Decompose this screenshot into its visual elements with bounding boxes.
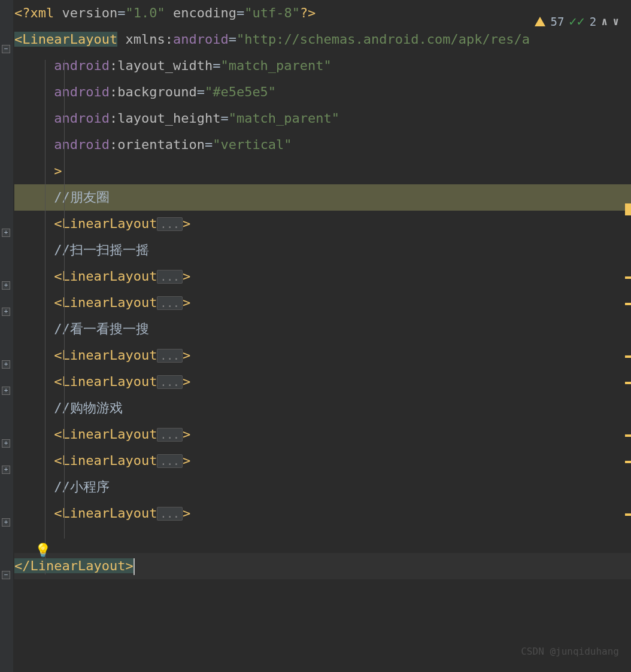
fold-marker[interactable]: ... [157, 217, 183, 231]
fold-marker[interactable]: ... [157, 375, 183, 389]
code-line[interactable]: android:layout_height="match_parent" [14, 105, 631, 132]
fold-expand-icon[interactable]: + [2, 439, 10, 448]
code-line[interactable]: <LinearLayout...> [14, 448, 631, 474]
check-icon[interactable]: ✓✓ [569, 8, 585, 35]
code-line[interactable]: <LinearLayout...> [14, 421, 631, 448]
code-line[interactable]: > [14, 158, 631, 184]
code-line[interactable]: //朋友圈 [14, 184, 631, 211]
bulb-icon[interactable]: 💡 [35, 537, 51, 564]
code-line[interactable]: android:layout_width="match_parent" [14, 53, 631, 79]
text-caret [134, 558, 135, 575]
code-editor[interactable]: 57 ✓✓ 2 ∧ ∨ <?xml version="1.0" encoding… [13, 0, 631, 672]
indent-guide [45, 60, 45, 574]
fold-expand-icon[interactable]: + [2, 518, 10, 527]
fold-expand-icon[interactable]: + [2, 387, 10, 395]
inspection-indicators: 57 ✓✓ 2 ∧ ∨ [535, 8, 619, 35]
code-line[interactable]: <LinearLayout...> [14, 342, 631, 369]
fold-expand-icon[interactable]: + [2, 360, 10, 369]
fold-marker[interactable]: ... [157, 349, 183, 363]
code-line[interactable]: <LinearLayout...> [14, 263, 631, 290]
code-line[interactable]: //扫一扫摇一摇 [14, 237, 631, 263]
fold-marker[interactable]: ... [157, 270, 183, 284]
warning-mark[interactable] [625, 203, 631, 215]
fold-expand-icon[interactable]: + [2, 281, 10, 290]
code-line[interactable]: //小程序 [14, 474, 631, 500]
code-line[interactable]: <LinearLayout...> [14, 290, 631, 316]
fold-toggle-icon[interactable]: − [2, 45, 10, 53]
code-line[interactable]: android:orientation="vertical" [14, 132, 631, 158]
editor-gutter: − + + + + + + + + − [0, 0, 13, 672]
warning-mark[interactable] [625, 513, 631, 516]
indent-guide [64, 60, 65, 539]
fold-expand-icon[interactable]: + [2, 229, 10, 237]
chevron-up-icon[interactable]: ∧ [601, 8, 608, 35]
code-line[interactable]: </LinearLayout> [14, 553, 631, 579]
error-stripe [627, 0, 631, 672]
chevron-down-icon[interactable]: ∨ [612, 8, 619, 35]
fold-marker[interactable]: ... [157, 507, 183, 521]
fold-expand-icon[interactable]: + [2, 308, 10, 316]
code-line[interactable] [14, 527, 631, 553]
code-line[interactable]: <LinearLayout...> [14, 211, 631, 237]
fold-marker[interactable]: ... [157, 296, 183, 310]
warning-mark[interactable] [625, 461, 631, 463]
check-count: 2 [590, 8, 596, 35]
warning-mark[interactable] [625, 382, 631, 384]
fold-toggle-icon[interactable]: − [2, 571, 10, 579]
fold-marker[interactable]: ... [157, 454, 183, 468]
code-line[interactable]: android:background="#e5e5e5" [14, 79, 631, 105]
code-line[interactable]: //购物游戏 [14, 395, 631, 421]
code-line[interactable]: <LinearLayout...> [14, 500, 631, 527]
fold-marker[interactable]: ... [157, 428, 183, 442]
fold-expand-icon[interactable]: + [2, 466, 10, 474]
warning-mark[interactable] [625, 303, 631, 305]
warning-count: 57 [550, 8, 564, 35]
warning-icon[interactable] [535, 17, 545, 26]
warning-mark[interactable] [625, 434, 631, 437]
code-line[interactable]: //看一看搜一搜 [14, 316, 631, 342]
warning-mark[interactable] [625, 355, 631, 358]
code-line[interactable]: <LinearLayout...> [14, 369, 631, 395]
warning-mark[interactable] [625, 276, 631, 279]
watermark: CSDN @junqiduhang [521, 638, 619, 665]
